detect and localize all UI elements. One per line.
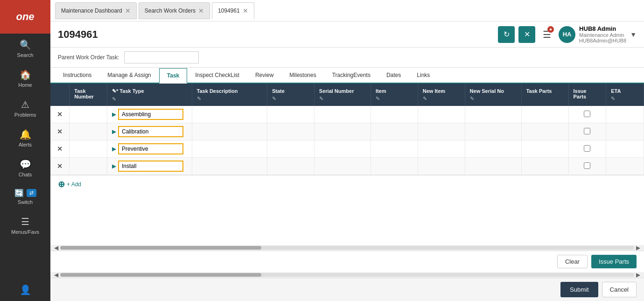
task-parts-cell [521, 140, 568, 158]
switch-badge: ⇄ [27, 189, 36, 197]
issue-parts-checkbox[interactable] [584, 128, 590, 134]
issue-parts-checkbox[interactable] [584, 111, 590, 117]
user-avatar: HA [559, 26, 575, 43]
subtab-manage-assign[interactable]: Manage & Assign [99, 68, 159, 83]
subtab-dates[interactable]: Dates [378, 68, 409, 83]
subtab-tracking[interactable]: TrackingEvents [324, 68, 378, 83]
item-cell [371, 158, 418, 175]
refresh-button[interactable]: ↻ [498, 26, 515, 43]
clear-button[interactable]: Clear [557, 255, 588, 268]
task-type-input[interactable] [118, 143, 183, 154]
sidebar-item-home[interactable]: 🏠 Home [0, 63, 50, 93]
subtab-bar: Instructions Manage & Assign Task Inspec… [50, 68, 644, 84]
subtab-task[interactable]: Task [159, 68, 187, 84]
subtab-inspect[interactable]: Inspect CheckList [187, 68, 247, 83]
serial-number-cell [314, 140, 371, 158]
task-type-input[interactable] [118, 161, 183, 172]
delete-cell: ✕ [50, 140, 70, 158]
delete-row-button[interactable]: ✕ [55, 111, 64, 118]
th-delete [50, 84, 70, 106]
chevron-icon: ▶ [112, 163, 116, 169]
notification-badge: ★ [547, 26, 554, 33]
tab-close-search[interactable]: ✕ [198, 7, 204, 14]
user-initials: HA [563, 31, 572, 38]
sidebar-label-switch: Switch [18, 199, 33, 205]
th-task-number: TaskNumber [70, 84, 107, 106]
bottom-scrollbar-thumb[interactable] [60, 273, 261, 277]
scroll-left-arrow[interactable]: ◀ [52, 245, 60, 251]
bottom-scroll-left[interactable]: ◀ [52, 272, 60, 278]
table-row: ✕ ▶ [50, 140, 644, 158]
cancel-button[interactable]: Cancel [602, 282, 637, 297]
app-logo[interactable]: one [0, 0, 50, 34]
user-dropdown-arrow[interactable]: ▼ [630, 31, 637, 38]
delete-cell: ✕ [50, 158, 70, 175]
eta-cell [606, 106, 644, 123]
delete-row-button[interactable]: ✕ [55, 162, 64, 170]
tab-maintenance-dashboard[interactable]: Maintenance Dashboard ✕ [55, 2, 137, 19]
menu-icon-container[interactable]: ☰ ★ [543, 29, 551, 40]
sidebar-item-menus[interactable]: ☰ Menus/Favs [0, 210, 50, 240]
user-email: HUB8Admin@HUB8 [579, 38, 626, 43]
sidebar-label-search: Search [17, 52, 34, 58]
tab-bar: Maintenance Dashboard ✕ Search Work Orde… [50, 0, 644, 21]
bottom-scrollbar[interactable]: ◀ ▶ [50, 272, 644, 278]
tab-label-search: Search Work Orders [145, 7, 196, 14]
subtab-links[interactable]: Links [409, 68, 438, 83]
tab-search-work-orders[interactable]: Search Work Orders ✕ [139, 2, 210, 19]
delete-row-button[interactable]: ✕ [55, 145, 64, 153]
close-wo-button[interactable]: ✕ [518, 26, 535, 43]
add-task-button[interactable]: ⊕ + Add [58, 179, 81, 189]
new-item-cell [418, 158, 465, 175]
subtab-label-manage: Manage & Assign [107, 72, 151, 78]
sidebar-item-alerts[interactable]: 🔔 Alerts [0, 123, 50, 153]
issue-parts-cell [568, 158, 606, 175]
bottom-scrollbar-track[interactable] [60, 273, 634, 277]
task-table: TaskNumber ✎* Task Type ✎ Task Descripti… [50, 84, 644, 175]
issue-parts-checkbox[interactable] [584, 162, 590, 169]
submit-button[interactable]: Submit [560, 282, 598, 297]
th-task-type: ✎* Task Type ✎ [107, 84, 192, 106]
warning-icon: ⚠ [21, 99, 29, 110]
task-type-cell: ▶ [107, 140, 192, 158]
task-number-cell [70, 158, 107, 175]
subtab-instructions[interactable]: Instructions [55, 68, 99, 83]
table-row: ✕ ▶ [50, 158, 644, 175]
task-type-input[interactable] [118, 126, 183, 137]
issue-parts-button[interactable]: Issue Parts [591, 255, 637, 268]
th-state: State ✎ [267, 84, 314, 106]
task-number-cell [70, 140, 107, 158]
tab-close-maintenance[interactable]: ✕ [125, 7, 131, 14]
serial-number-cell [314, 106, 371, 123]
sidebar-label-home: Home [18, 82, 32, 88]
sidebar-item-search[interactable]: 🔍 Search [0, 34, 50, 63]
scrollbar-thumb[interactable] [60, 246, 261, 250]
tab-close-1094961[interactable]: ✕ [243, 7, 248, 14]
bottom-scroll-right[interactable]: ▶ [634, 272, 642, 278]
task-parts-cell [521, 158, 568, 175]
tab-1094961[interactable]: 1094961 ✕ [212, 2, 254, 19]
subtab-milestones[interactable]: Milestones [281, 68, 324, 83]
issue-parts-cell [568, 140, 606, 158]
chat-icon: 💬 [20, 159, 31, 170]
new-item-cell [418, 123, 465, 140]
parent-work-order-row: Parent Work Order Task: [50, 48, 644, 68]
scrollbar-track[interactable] [60, 246, 634, 250]
item-cell [371, 106, 418, 123]
parent-wo-input[interactable] [124, 51, 199, 63]
chevron-icon: ▶ [112, 146, 116, 152]
sidebar-item-problems[interactable]: ⚠ Problems [0, 93, 50, 123]
task-type-input[interactable] [118, 109, 183, 120]
sidebar-item-switch[interactable]: 🔄 ⇄ Switch [0, 183, 50, 210]
delete-row-button[interactable]: ✕ [55, 128, 64, 135]
subtab-label-links: Links [417, 72, 430, 78]
home-icon: 🏠 [20, 69, 31, 80]
sidebar-item-user[interactable]: 👤 [0, 279, 50, 301]
subtab-review[interactable]: Review [247, 68, 281, 83]
scroll-right-arrow[interactable]: ▶ [634, 245, 642, 251]
state-cell [267, 123, 314, 140]
sidebar-item-chats[interactable]: 💬 Chats [0, 153, 50, 183]
new-serial-no-cell [465, 106, 521, 123]
horizontal-scrollbar[interactable]: ◀ ▶ [50, 245, 644, 251]
issue-parts-checkbox[interactable] [584, 145, 590, 152]
